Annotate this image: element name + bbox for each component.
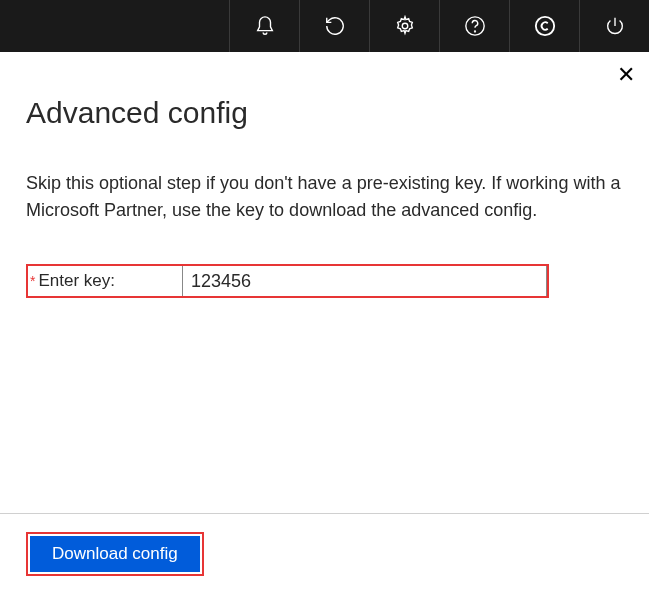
- key-label-text: Enter key:: [38, 271, 115, 291]
- dialog-panel: ✕ Advanced config Skip this optional ste…: [0, 52, 649, 513]
- close-icon[interactable]: ✕: [617, 64, 635, 86]
- key-input[interactable]: [182, 266, 547, 296]
- svg-point-0: [402, 23, 408, 29]
- key-field-row: * Enter key:: [26, 264, 549, 298]
- download-button-highlight: Download config: [26, 532, 204, 576]
- settings-icon[interactable]: [369, 0, 439, 52]
- svg-point-3: [535, 17, 553, 35]
- key-field-label: * Enter key:: [28, 266, 182, 296]
- page-title: Advanced config: [26, 96, 623, 130]
- copyright-icon[interactable]: [509, 0, 579, 52]
- help-icon[interactable]: [439, 0, 509, 52]
- required-mark: *: [30, 273, 35, 289]
- svg-point-2: [474, 31, 475, 32]
- top-header: [0, 0, 649, 52]
- dialog-footer: Download config: [0, 513, 649, 593]
- notifications-icon[interactable]: [229, 0, 299, 52]
- download-config-button[interactable]: Download config: [30, 536, 200, 572]
- power-icon[interactable]: [579, 0, 649, 52]
- refresh-icon[interactable]: [299, 0, 369, 52]
- description-text: Skip this optional step if you don't hav…: [26, 170, 623, 224]
